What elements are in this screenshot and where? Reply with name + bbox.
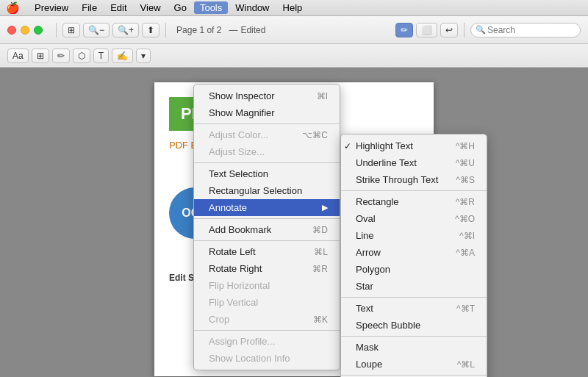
- edited-badge: —: [229, 25, 237, 35]
- menu-rotate-left[interactable]: Rotate Left ⌘L: [194, 243, 340, 260]
- sub-speech-bubble[interactable]: Speech Bubble: [341, 317, 487, 334]
- menubar-help[interactable]: Help: [277, 1, 309, 14]
- menu-annotate[interactable]: Annotate ▶: [194, 199, 340, 216]
- sub-polygon[interactable]: Polygon: [341, 261, 487, 278]
- grid-btn[interactable]: ⊞: [32, 49, 49, 63]
- menubar-tools[interactable]: Tools: [194, 1, 228, 14]
- menu-text-selection[interactable]: Text Selection: [194, 165, 340, 182]
- sub-div-4: [341, 375, 487, 376]
- rotate-tool-btn[interactable]: ↩: [440, 23, 458, 37]
- menu-divider-4: [194, 240, 340, 241]
- menu-flip-vertical[interactable]: Flip Vertical: [194, 294, 340, 311]
- zoom-in-btn[interactable]: 🔍+: [112, 23, 139, 37]
- sign-btn[interactable]: ✍: [112, 49, 133, 63]
- menubar-go[interactable]: Go: [168, 1, 193, 14]
- menubar-window[interactable]: Window: [229, 1, 275, 14]
- sub-underline-text[interactable]: Underline Text ^⌘U: [341, 154, 487, 171]
- content-area: PDF Editor PDF Editor Pro for M OCR • • …: [0, 68, 588, 377]
- sub-strike-through[interactable]: Strike Through Text ^⌘S: [341, 171, 487, 188]
- sub-arrow[interactable]: Arrow ^⌘A: [341, 244, 487, 261]
- menu-divider-1: [194, 123, 340, 124]
- sub-div-2: [341, 297, 487, 298]
- font-size-btn[interactable]: Aa: [7, 49, 29, 63]
- lasso-btn[interactable]: ⬡: [73, 49, 90, 63]
- sub-loupe[interactable]: Loupe ^⌘L: [341, 356, 487, 373]
- annotate-arrow-icon: ▶: [322, 203, 328, 212]
- page-info: Page 1 of 2: [176, 25, 221, 35]
- menubar: 🍎 Preview File Edit View Go Tools Window…: [0, 0, 588, 16]
- sub-highlight-text[interactable]: ✓ Highlight Text ^⌘H: [341, 137, 487, 154]
- menu-divider-5: [194, 330, 340, 331]
- menu-rect-selection[interactable]: Rectangular Selection: [194, 182, 340, 199]
- minimize-button[interactable]: [21, 26, 29, 35]
- menu-crop[interactable]: Crop ⌘K: [194, 311, 340, 328]
- sub-oval[interactable]: Oval ^⌘O: [341, 210, 487, 227]
- menu-divider-2: [194, 162, 340, 163]
- menu-divider-3: [194, 218, 340, 219]
- sub-star[interactable]: Star: [341, 278, 487, 295]
- sub-div-1: [341, 190, 487, 191]
- search-icon: 🔍: [476, 25, 486, 35]
- menu-adjust-color[interactable]: Adjust Color... ⌥⌘C: [194, 126, 340, 143]
- search-input[interactable]: [470, 23, 581, 37]
- traffic-lights: [7, 26, 43, 35]
- sub-mask[interactable]: Mask: [341, 339, 487, 356]
- menubar-edit[interactable]: Edit: [104, 1, 132, 14]
- sub-text[interactable]: Text ^⌘T: [341, 300, 487, 317]
- menu-adjust-size[interactable]: Adjust Size...: [194, 143, 340, 160]
- annotate-submenu-list: ✓ Highlight Text ^⌘H Underline Text ^⌘U …: [340, 134, 487, 377]
- zoom-out-btn[interactable]: 🔍−: [83, 23, 110, 37]
- menu-rotate-right[interactable]: Rotate Right ⌘R: [194, 260, 340, 277]
- sidebar-toggle-btn[interactable]: ⊞: [62, 23, 80, 37]
- apple-menu[interactable]: 🍎: [6, 1, 20, 15]
- menubar-view[interactable]: View: [135, 1, 167, 14]
- pencil-btn[interactable]: ✏: [52, 49, 70, 63]
- toolbar-sep-1: [56, 23, 57, 37]
- annotate-tool-btn[interactable]: ✏: [395, 23, 413, 37]
- menubar-file[interactable]: File: [76, 1, 103, 14]
- toolbar-sep-2: [165, 23, 166, 37]
- tools-menu-list: Show Inspector ⌘I Show Magnifier Adjust …: [193, 84, 340, 370]
- toolbar2: Aa ⊞ ✏ ⬡ T ✍ ▾: [0, 44, 588, 68]
- down-arrow-btn[interactable]: ▾: [136, 49, 151, 63]
- search-wrapper: 🔍: [470, 23, 581, 37]
- menu-show-inspector[interactable]: Show Inspector ⌘I: [194, 87, 340, 104]
- tools-menu: Show Inspector ⌘I Show Magnifier Adjust …: [193, 84, 340, 370]
- share-btn[interactable]: ⬆: [142, 23, 159, 37]
- select-tool-btn[interactable]: ⬜: [416, 23, 437, 37]
- annotate-submenu: ✓ Highlight Text ^⌘H Underline Text ^⌘U …: [340, 134, 487, 377]
- menu-assign-profile[interactable]: Assign Profile...: [194, 333, 340, 350]
- maximize-button[interactable]: [34, 26, 43, 35]
- check-icon: ✓: [344, 141, 351, 151]
- menu-add-bookmark[interactable]: Add Bookmark ⌘D: [194, 221, 340, 238]
- menu-show-location[interactable]: Show Location Info: [194, 350, 340, 367]
- edited-label: Edited: [240, 25, 265, 35]
- menu-flip-horizontal[interactable]: Flip Horizontal: [194, 277, 340, 294]
- close-button[interactable]: [7, 26, 16, 35]
- sub-div-3: [341, 336, 487, 337]
- text-btn[interactable]: T: [93, 49, 109, 63]
- toolbar-sep-3: [464, 23, 465, 37]
- menubar-preview[interactable]: Preview: [29, 1, 74, 14]
- sub-rectangle[interactable]: Rectangle ^⌘R: [341, 193, 487, 210]
- menu-show-magnifier[interactable]: Show Magnifier: [194, 104, 340, 121]
- sub-line[interactable]: Line ^⌘I: [341, 227, 487, 244]
- toolbar: ⊞ 🔍− 🔍+ ⬆ Page 1 of 2 — Edited ✏ ⬜ ↩ 🔍: [0, 16, 588, 44]
- menubar-items: Preview File Edit View Go Tools Window H…: [29, 1, 308, 14]
